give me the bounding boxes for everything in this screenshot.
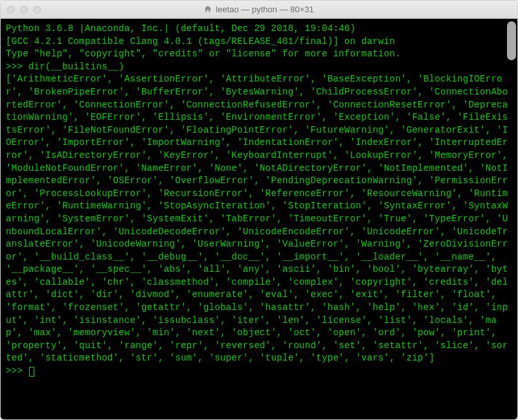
home-icon [204, 5, 212, 13]
terminal-content[interactable]: Python 3.6.8 |Anaconda, Inc.| (default, … [6, 23, 512, 378]
terminal-window: leetao — python — 80×31 Python 3.6.8 |An… [0, 0, 518, 420]
repl-output: ['ArithmeticError', 'AssertionError', 'A… [6, 74, 513, 363]
terminal-viewport[interactable]: Python 3.6.8 |Anaconda, Inc.| (default, … [1, 19, 517, 419]
minimize-button[interactable] [20, 6, 28, 14]
python-banner-line-1: Python 3.6.8 |Anaconda, Inc.| (default, … [6, 23, 355, 34]
repl-command: dir(__builtins__) [28, 61, 124, 72]
window-title: leetao — python — 80×31 [1, 5, 517, 14]
python-banner-line-3: Type "help", "copyright", "credits" or "… [6, 49, 401, 59]
python-banner-line-2: [GCC 4.2.1 Compatible Clang 4.0.1 (tags/… [6, 36, 395, 47]
repl-prompt: >>> [6, 61, 28, 72]
close-button[interactable] [7, 6, 15, 14]
repl-prompt-current: >>> [6, 366, 28, 376]
scrollbar-thumb[interactable] [507, 21, 516, 60]
window-title-text: leetao — python — 80×31 [216, 5, 313, 14]
traffic-lights [1, 6, 41, 14]
cursor [29, 367, 34, 377]
titlebar: leetao — python — 80×31 [1, 1, 517, 19]
zoom-button[interactable] [33, 6, 41, 14]
